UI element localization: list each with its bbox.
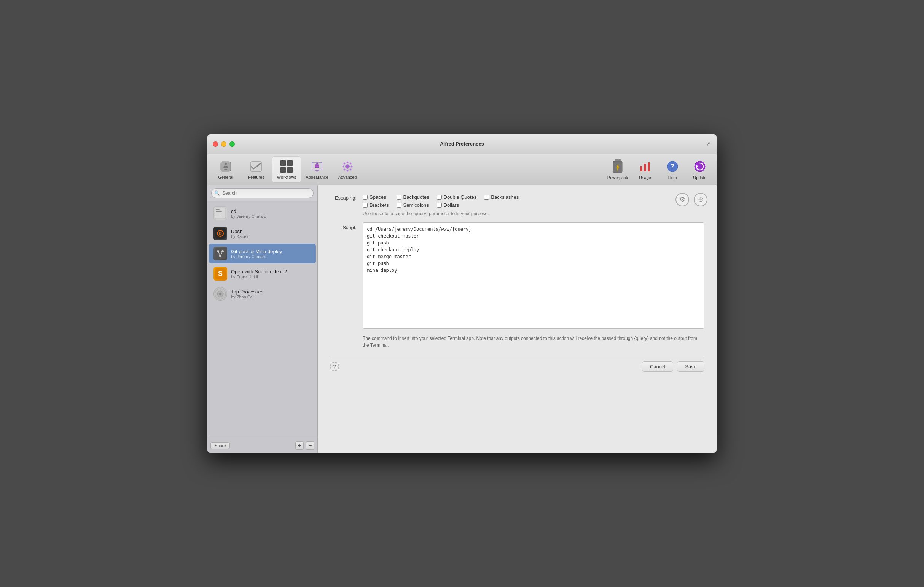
semicolons-checkbox[interactable] bbox=[396, 203, 401, 207]
brackets-checkbox-item[interactable]: Brackets bbox=[363, 202, 389, 208]
window-controls bbox=[213, 141, 235, 147]
panel-actions: ⚙ ⊕ bbox=[675, 193, 708, 206]
advanced-icon bbox=[341, 159, 354, 173]
window-title: Alfred Preferences bbox=[440, 141, 484, 147]
escaping-row: Escaping: Spaces Backquotes Double Quote… bbox=[330, 194, 705, 208]
sidebar-bottom: Share + − bbox=[208, 437, 317, 453]
script-textarea[interactable]: cd /Users/jeremy/Documents/www/{query} g… bbox=[363, 222, 705, 329]
escaping-label: Escaping: bbox=[330, 194, 356, 201]
remove-workflow-button[interactable]: − bbox=[306, 441, 314, 450]
checkbox-grid: Spaces Backquotes Double Quotes Backslas… bbox=[363, 194, 519, 208]
top-processes-subtitle: by Zhao Cai bbox=[231, 294, 311, 299]
maximize-button[interactable] bbox=[229, 141, 235, 147]
advanced-label: Advanced bbox=[338, 175, 357, 179]
toolbar-help[interactable]: ? Help bbox=[660, 159, 685, 180]
backquotes-checkbox-item[interactable]: Backquotes bbox=[396, 194, 429, 200]
spaces-label: Spaces bbox=[370, 194, 386, 200]
search-bar: 🔍 bbox=[208, 185, 317, 202]
minimize-button[interactable] bbox=[221, 141, 226, 147]
script-label: Script: bbox=[330, 222, 356, 329]
escaping-hint: Use these to escape the {query} paramete… bbox=[363, 211, 705, 216]
top-processes-title: Top Processes bbox=[231, 289, 311, 294]
svg-point-21 bbox=[350, 168, 351, 170]
top-processes-icon bbox=[213, 287, 227, 301]
general-label: General bbox=[218, 175, 233, 179]
workflows-label: Workflows bbox=[277, 175, 297, 179]
sidebar-item-top-processes[interactable]: Top Processes by Zhao Cai bbox=[209, 284, 316, 304]
backquotes-label: Backquotes bbox=[403, 194, 429, 200]
update-label: Update bbox=[693, 175, 706, 180]
toolbar-appearance[interactable]: Appearance bbox=[302, 156, 332, 183]
dialog-bottom: ? Cancel Save bbox=[330, 358, 705, 372]
sublime-subtitle: by Franz Heidl bbox=[231, 275, 311, 279]
svg-point-18 bbox=[344, 162, 346, 164]
sidebar: 🔍 cd bbox=[208, 185, 318, 453]
help-label: Help bbox=[668, 175, 677, 180]
double-quotes-checkbox[interactable] bbox=[437, 195, 442, 200]
svg-text:S: S bbox=[218, 270, 223, 278]
cd-subtitle: by Jérémy Chatard bbox=[231, 214, 311, 219]
close-button[interactable] bbox=[213, 141, 218, 147]
toolbar-advanced[interactable]: Advanced bbox=[333, 156, 362, 183]
svg-point-19 bbox=[350, 162, 351, 164]
toolbar-update[interactable]: Update bbox=[687, 159, 713, 180]
sidebar-list: cd by Jérémy Chatard D Dash bbox=[208, 202, 317, 437]
help-button[interactable]: ? bbox=[330, 362, 339, 371]
save-button[interactable]: Save bbox=[677, 361, 705, 372]
backquotes-checkbox[interactable] bbox=[396, 195, 401, 200]
appearance-label: Appearance bbox=[305, 175, 328, 179]
svg-rect-25 bbox=[640, 166, 642, 171]
svg-rect-33 bbox=[216, 209, 219, 210]
dollars-checkbox-item[interactable]: Dollars bbox=[437, 202, 477, 208]
powerpack-icon bbox=[610, 159, 625, 174]
spaces-checkbox[interactable] bbox=[363, 195, 368, 200]
script-row: Script: cd /Users/jeremy/Documents/www/{… bbox=[330, 222, 705, 329]
share-button[interactable]: Share bbox=[210, 442, 230, 449]
brackets-checkbox[interactable] bbox=[363, 203, 368, 207]
fullscreen-icon[interactable]: ⤢ bbox=[706, 141, 713, 148]
svg-rect-35 bbox=[216, 212, 220, 213]
backslashes-checkbox-item[interactable]: Backslashes bbox=[484, 194, 519, 200]
svg-point-17 bbox=[351, 165, 353, 167]
semicolons-checkbox-item[interactable]: Semicolons bbox=[396, 202, 429, 208]
help-icon: ? bbox=[665, 159, 680, 174]
settings-action-icon[interactable]: ⚙ bbox=[675, 193, 689, 206]
usage-icon bbox=[638, 159, 652, 174]
toolbar-usage[interactable]: Usage bbox=[632, 159, 658, 180]
svg-rect-3 bbox=[223, 167, 228, 168]
add-workflow-button[interactable]: + bbox=[295, 441, 304, 450]
dollars-checkbox[interactable] bbox=[437, 203, 442, 207]
svg-point-14 bbox=[346, 161, 348, 163]
sublime-icon: S bbox=[213, 267, 227, 281]
backslashes-checkbox[interactable] bbox=[484, 195, 489, 200]
svg-point-20 bbox=[344, 168, 346, 170]
features-icon bbox=[249, 159, 263, 173]
gear-icon: ⚙ bbox=[679, 196, 685, 204]
toolbar-features[interactable]: Features bbox=[242, 156, 271, 183]
cancel-button[interactable]: Cancel bbox=[642, 361, 673, 372]
sidebar-item-dash[interactable]: D Dash by Kapeli bbox=[209, 224, 316, 243]
svg-rect-9 bbox=[287, 167, 293, 173]
sidebar-item-cd[interactable]: cd by Jérémy Chatard bbox=[209, 203, 316, 223]
search-input[interactable] bbox=[211, 188, 314, 198]
detail-panel: ⚙ ⊕ Escaping: Spaces Backquotes bbox=[318, 185, 716, 453]
svg-rect-2 bbox=[224, 166, 228, 166]
toolbar-powerpack[interactable]: Powerpack bbox=[605, 159, 630, 180]
backslashes-label: Backslashes bbox=[491, 194, 519, 200]
sidebar-item-sublime[interactable]: S Open with Sublime Text 2 by Franz Heid… bbox=[209, 264, 316, 284]
spaces-checkbox-item[interactable]: Spaces bbox=[363, 194, 389, 200]
sidebar-item-git-push-mina[interactable]: Git push & Mina deploy by Jérémy Chatard bbox=[209, 244, 316, 263]
toolbar-general[interactable]: General bbox=[211, 156, 240, 183]
add-action-icon[interactable]: ⊕ bbox=[694, 193, 708, 206]
script-note: The command to insert into your selected… bbox=[363, 335, 705, 349]
brackets-label: Brackets bbox=[370, 202, 389, 208]
svg-rect-26 bbox=[644, 164, 646, 171]
git-icon bbox=[213, 247, 227, 260]
update-icon bbox=[693, 159, 707, 174]
double-quotes-checkbox-item[interactable]: Double Quotes bbox=[437, 194, 477, 200]
git-push-title: Git push & Mina deploy bbox=[231, 248, 311, 254]
toolbar-workflows[interactable]: Workflows bbox=[272, 156, 301, 183]
toolbar: General Features Workflows bbox=[208, 154, 716, 185]
svg-text:D: D bbox=[219, 232, 221, 236]
alfred-preferences-window: Alfred Preferences ⤢ General bbox=[207, 134, 717, 453]
